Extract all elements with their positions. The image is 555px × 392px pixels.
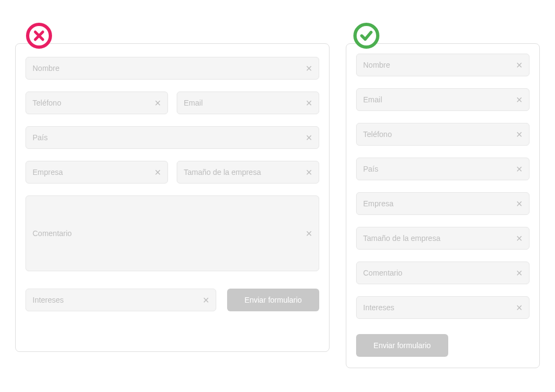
clear-icon[interactable]: × [516, 129, 522, 140]
email-label: Email [184, 99, 306, 107]
tamano-empresa-label: Tamaño de la empresa [184, 168, 306, 177]
clear-icon[interactable]: × [306, 167, 312, 178]
intereses-label: Intereses [363, 303, 516, 312]
pais-label: País [363, 165, 516, 173]
clear-icon[interactable]: × [516, 164, 522, 174]
comentario-label: Comentario [363, 269, 516, 277]
empresa-field[interactable]: Empresa × [25, 161, 168, 184]
empresa-label: Empresa [363, 199, 516, 208]
nombre-field[interactable]: Nombre × [356, 54, 530, 76]
clear-icon[interactable]: × [154, 97, 161, 108]
clear-icon[interactable]: × [154, 167, 161, 178]
clear-icon[interactable]: × [203, 295, 209, 305]
telefono-label: Teléfono [363, 130, 516, 139]
telefono-label: Teléfono [33, 99, 154, 107]
nombre-label: Nombre [363, 61, 516, 69]
tamano-empresa-field[interactable]: Tamaño de la empresa × [177, 161, 319, 184]
empresa-label: Empresa [33, 168, 154, 177]
empresa-field[interactable]: Empresa × [356, 192, 530, 215]
nombre-label: Nombre [33, 64, 306, 73]
clear-icon[interactable]: × [516, 302, 522, 313]
comentario-field[interactable]: Comentario × [25, 195, 319, 271]
clear-icon[interactable]: × [516, 94, 522, 105]
pais-field[interactable]: País × [25, 126, 319, 149]
form-panel-good: Nombre × Email × Teléfono × País × Empre… [346, 43, 540, 368]
tamano-empresa-field[interactable]: Tamaño de la empresa × [356, 227, 530, 250]
intereses-field[interactable]: Intereses × [25, 289, 216, 311]
email-field[interactable]: Email × [356, 88, 530, 111]
email-label: Email [363, 95, 516, 104]
submit-button[interactable]: Enviar formulario [356, 334, 448, 357]
clear-icon[interactable]: × [516, 198, 522, 209]
x-icon [33, 29, 46, 42]
bad-example-badge [26, 23, 52, 49]
clear-icon[interactable]: × [306, 132, 312, 143]
tamano-empresa-label: Tamaño de la empresa [363, 234, 516, 243]
good-example-badge [353, 23, 379, 49]
pais-field[interactable]: País × [356, 158, 530, 180]
clear-icon[interactable]: × [306, 97, 312, 108]
clear-icon[interactable]: × [306, 63, 312, 74]
intereses-field[interactable]: Intereses × [356, 296, 530, 319]
form-panel-bad: Nombre × Teléfono × Email × País × Empre… [15, 43, 330, 352]
comentario-field[interactable]: Comentario × [356, 262, 530, 284]
clear-icon[interactable]: × [516, 233, 522, 244]
pais-label: País [33, 133, 306, 142]
nombre-field[interactable]: Nombre × [25, 57, 319, 80]
submit-button[interactable]: Enviar formulario [227, 289, 319, 311]
comentario-label: Comentario [33, 229, 306, 238]
clear-icon[interactable]: × [306, 228, 312, 239]
clear-icon[interactable]: × [516, 60, 522, 70]
clear-icon[interactable]: × [516, 267, 522, 278]
email-field[interactable]: Email × [177, 92, 319, 114]
intereses-label: Intereses [33, 296, 203, 304]
check-icon [359, 29, 373, 43]
telefono-field[interactable]: Teléfono × [356, 123, 530, 146]
telefono-field[interactable]: Teléfono × [25, 92, 168, 114]
